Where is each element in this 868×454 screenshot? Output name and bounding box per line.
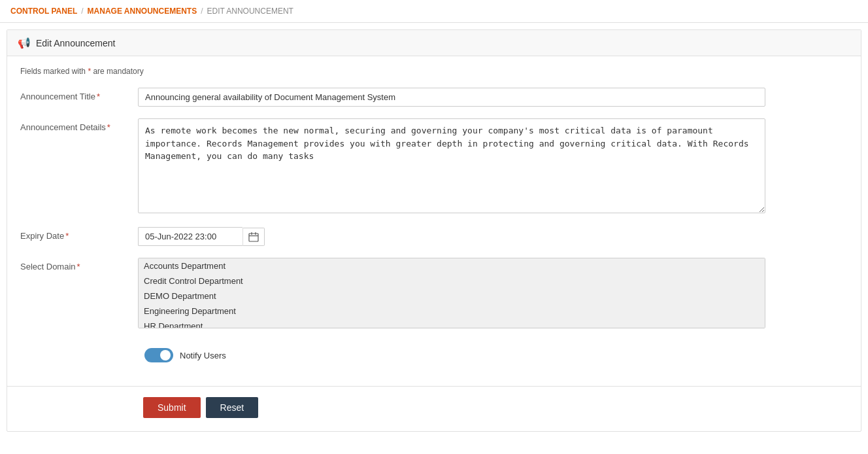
domain-row: Select Domain* Accounts DepartmentCredit… bbox=[20, 258, 848, 328]
calendar-icon bbox=[248, 232, 259, 242]
breadcrumb-control-panel[interactable]: CONTROL PANEL bbox=[10, 7, 77, 16]
breadcrumb: CONTROL PANEL / MANAGE ANNOUNCEMENTS / E… bbox=[0, 0, 868, 23]
expiry-date-input[interactable] bbox=[138, 227, 242, 246]
expiry-field bbox=[138, 227, 848, 246]
mandatory-note: Fields marked with * are mandatory bbox=[20, 67, 848, 76]
domain-label: Select Domain* bbox=[20, 258, 138, 271]
toggle-slider bbox=[144, 348, 173, 362]
page-header: 📢 Edit Announcement bbox=[7, 30, 861, 56]
title-row: Announcement Title* bbox=[20, 88, 848, 107]
details-row: Announcement Details* bbox=[20, 118, 848, 215]
svg-rect-0 bbox=[249, 234, 258, 241]
breadcrumb-sep1: / bbox=[81, 7, 83, 16]
button-row: Submit Reset bbox=[7, 397, 861, 431]
domain-field: Accounts DepartmentCredit Control Depart… bbox=[138, 258, 848, 328]
announcement-title-input[interactable] bbox=[138, 88, 765, 107]
calendar-button[interactable] bbox=[242, 228, 265, 246]
expiry-label: Expiry Date* bbox=[20, 227, 138, 241]
date-field-wrapper bbox=[138, 227, 848, 246]
title-label: Announcement Title* bbox=[20, 88, 138, 101]
submit-button[interactable]: Submit bbox=[143, 397, 201, 418]
announcement-icon: 📢 bbox=[18, 37, 31, 49]
expiry-row: Expiry Date* bbox=[20, 227, 848, 246]
page-title: Edit Announcement bbox=[36, 38, 115, 48]
domain-select[interactable]: Accounts DepartmentCredit Control Depart… bbox=[138, 258, 765, 328]
notify-label: Notify Users bbox=[180, 351, 226, 360]
details-label: Announcement Details* bbox=[20, 118, 138, 132]
form-container: Fields marked with * are mandatory Annou… bbox=[7, 56, 861, 381]
notify-row: Notify Users bbox=[20, 340, 848, 370]
form-divider bbox=[7, 386, 861, 387]
details-field bbox=[138, 118, 848, 215]
announcement-details-textarea[interactable] bbox=[138, 118, 765, 213]
notify-toggle[interactable] bbox=[144, 348, 173, 362]
breadcrumb-sep2: / bbox=[201, 7, 203, 16]
page-content: 📢 Edit Announcement Fields marked with *… bbox=[7, 29, 861, 432]
breadcrumb-manage-announcements[interactable]: MANAGE ANNOUNCEMENTS bbox=[88, 7, 197, 16]
reset-button[interactable]: Reset bbox=[206, 397, 259, 418]
breadcrumb-edit-announcement: EDIT ANNOUNCEMENT bbox=[207, 7, 293, 16]
title-field bbox=[138, 88, 848, 107]
